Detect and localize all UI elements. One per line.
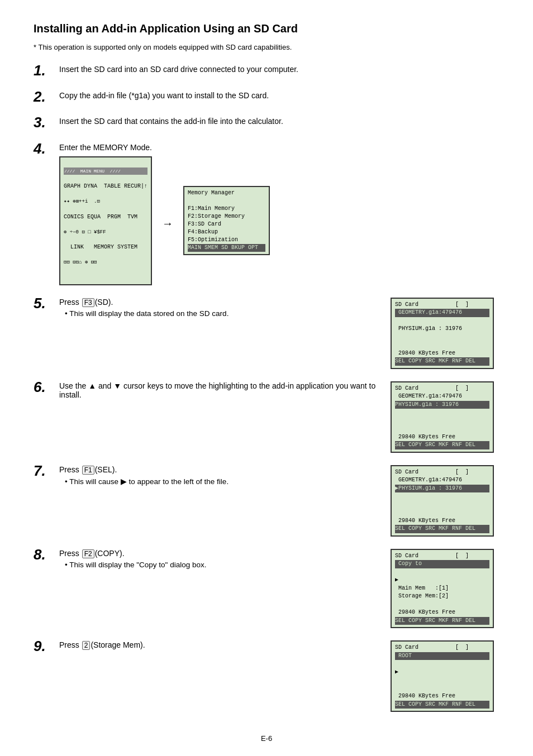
memory-manager-screen: Memory Manager F1:Main Memory F2:Storage… — [183, 186, 270, 255]
page-number: E-6 — [34, 734, 499, 743]
step-1-number: 1. — [34, 63, 56, 79]
step-1: 1. Insert the SD card into an SD card dr… — [34, 63, 499, 79]
step-8: 8. Press F2(COPY). This will display the… — [34, 547, 499, 629]
root-screen: SD Card [ ] ROOT ▶ 29840 KBytes Free SEL… — [391, 640, 494, 712]
step-5-text: Press F3(SD). — [59, 298, 382, 307]
step-3-content: Insert the SD card that contains the add… — [59, 114, 499, 129]
step-8-body: Press F2(COPY). This will display the "C… — [59, 547, 499, 629]
step-2-text: Copy the add-in file (*g1a) you want to … — [59, 91, 499, 100]
step-4-number: 4. — [34, 141, 56, 157]
step-2-content: Copy the add-in file (*g1a) you want to … — [59, 89, 499, 103]
step-1-text: Insert the SD card into an SD card drive… — [59, 65, 499, 74]
f1-key: F1 — [82, 466, 94, 475]
step-9: 9. Press 2(Storage Mem). SD Card [ ] ROO… — [34, 638, 499, 712]
step-3: 3. Insert the SD card that contains the … — [34, 114, 499, 131]
step-5-bullet: This will display the data stored on the… — [65, 309, 382, 318]
step-5: 5. Press F3(SD). This will display the d… — [34, 295, 499, 369]
step-8-bullet: This will display the "Copy to" dialog b… — [65, 561, 382, 569]
step-1-content: Insert the SD card into an SD card drive… — [59, 63, 499, 77]
step-2: 2. Copy the add-in file (*g1a) you want … — [34, 89, 499, 105]
step-7-bullet: This will cause ▶ to appear to the left … — [65, 477, 382, 486]
sd-card-screen-3: SD Card [ ] GEOMETRY.g1a:479476 ▶PHYSIUM… — [391, 465, 494, 537]
step-5-body: Press F3(SD). This will display the data… — [59, 295, 499, 369]
step-6: 6. Use the ▲ and ▼ cursor keys to move t… — [34, 379, 499, 453]
step-3-text: Insert the SD card that contains the add… — [59, 117, 499, 126]
step-4-screens: //// MAIN MENU //// GRAPH DYNA TABLE REC… — [59, 156, 499, 285]
step-7: 7. Press F1(SEL). This will cause ▶ to a… — [34, 463, 499, 537]
step-9-text: Press 2(Storage Mem). — [59, 640, 382, 650]
step-6-text: Use the ▲ and ▼ cursor keys to move the … — [59, 381, 382, 399]
note-text: * This operation is supported only on mo… — [34, 43, 499, 51]
step-6-body: Use the ▲ and ▼ cursor keys to move the … — [59, 379, 499, 453]
step-8-text: Press F2(COPY). — [59, 549, 382, 558]
step-9-number: 9. — [34, 638, 56, 654]
main-menu-screen: //// MAIN MENU //// GRAPH DYNA TABLE REC… — [59, 156, 152, 285]
step-4-content: Enter the MEMORY Mode. //// MAIN MENU //… — [59, 141, 499, 285]
key-2: 2 — [82, 641, 91, 650]
step-3-number: 3. — [34, 114, 56, 131]
copy-to-screen: SD Card [ ] Copy to ▶ Main Mem :[1] Stor… — [391, 549, 494, 629]
sd-card-screen-1: SD Card [ ] GEOMETRY.g1a:479476 PHYSIUM.… — [391, 298, 494, 369]
arrow-icon: → — [162, 217, 173, 230]
step-6-number: 6. — [34, 379, 56, 395]
step-2-number: 2. — [34, 89, 56, 105]
step-4-text: Enter the MEMORY Mode. — [59, 143, 499, 152]
step-7-text: Press F1(SEL). — [59, 465, 382, 475]
step-4: 4. Enter the MEMORY Mode. //// MAIN MENU… — [34, 141, 499, 285]
step-7-body: Press F1(SEL). This will cause ▶ to appe… — [59, 463, 499, 537]
step-7-number: 7. — [34, 463, 56, 479]
sd-card-screen-2: SD Card [ ] GEOMETRY.g1a:479476 PHYSIUM.… — [391, 381, 494, 453]
step-5-number: 5. — [34, 295, 56, 312]
page-title: Installing an Add-in Application Using a… — [34, 22, 499, 35]
f3-key: F3 — [82, 298, 94, 307]
step-8-number: 8. — [34, 547, 56, 563]
f2-key: F2 — [82, 549, 94, 558]
step-9-body: Press 2(Storage Mem). SD Card [ ] ROOT ▶… — [59, 638, 499, 712]
